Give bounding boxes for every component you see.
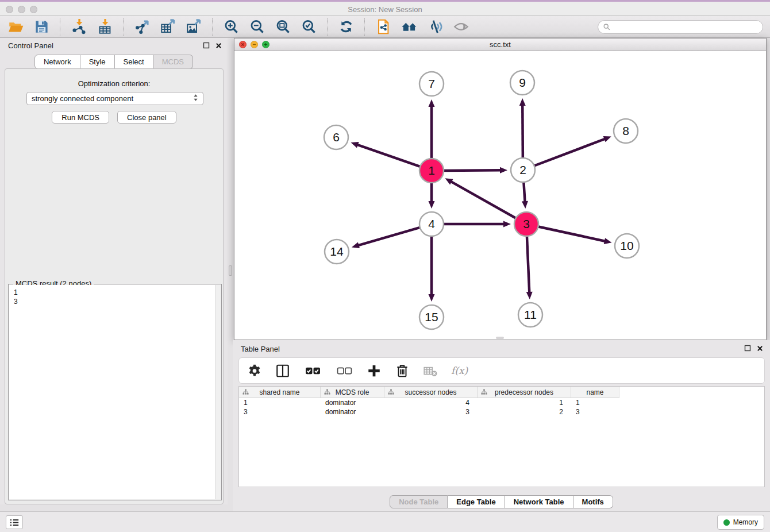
tab-mcds[interactable]: MCDS bbox=[153, 55, 193, 69]
export-image-icon[interactable] bbox=[185, 18, 202, 36]
criterion-select[interactable]: strongly connected component bbox=[26, 92, 203, 105]
edge-arrowhead bbox=[519, 98, 526, 106]
status-bar: Memory bbox=[0, 511, 770, 532]
task-list-icon bbox=[9, 518, 20, 527]
result-scrollbar[interactable] bbox=[215, 285, 221, 499]
eye-icon[interactable] bbox=[452, 18, 469, 36]
deselect-all-rows-icon[interactable] bbox=[335, 363, 353, 378]
settings-gear-icon[interactable] bbox=[247, 363, 262, 378]
tab-node-table[interactable]: Node Table bbox=[390, 495, 448, 508]
delete-column-icon[interactable] bbox=[395, 363, 410, 378]
network-view-window: scc.txt 7968124314101511 bbox=[234, 38, 767, 340]
column-header-predecessor-nodes[interactable]: predecessor nodes bbox=[478, 387, 571, 398]
search-input[interactable] bbox=[613, 23, 758, 31]
graph-node-label: 14 bbox=[330, 245, 344, 258]
float-panel-icon[interactable] bbox=[203, 42, 210, 49]
tab-edge-table[interactable]: Edge Table bbox=[448, 495, 505, 508]
graph-edge-3-10[interactable] bbox=[537, 226, 606, 241]
table-cell: 3 bbox=[384, 407, 478, 417]
panel-splitter-handle[interactable] bbox=[229, 265, 232, 276]
close-panel-icon[interactable] bbox=[215, 43, 222, 49]
float-table-panel-icon[interactable] bbox=[744, 345, 751, 352]
column-header-name[interactable]: name bbox=[571, 387, 619, 398]
column-header-successor-nodes[interactable]: successor nodes bbox=[384, 387, 478, 398]
network-window-titlebar[interactable]: scc.txt bbox=[234, 38, 766, 51]
toggle-columns-icon[interactable] bbox=[275, 363, 290, 378]
tab-network[interactable]: Network bbox=[34, 55, 80, 69]
table-cell: 2 bbox=[478, 407, 571, 417]
open-session-icon[interactable] bbox=[7, 18, 24, 36]
close-table-panel-icon[interactable] bbox=[757, 345, 763, 352]
search-field[interactable] bbox=[598, 20, 763, 34]
mcds-panel-body: Optimization criterion: strongly connect… bbox=[5, 68, 224, 504]
edge-arrowhead bbox=[429, 99, 435, 107]
toolbar-separator bbox=[123, 18, 124, 36]
graph-edge-2-9[interactable] bbox=[522, 105, 523, 159]
network-canvas[interactable]: 7968124314101511 bbox=[234, 51, 766, 340]
control-panel: Control Panel Network Style Select MCDS … bbox=[0, 38, 228, 504]
attribute-tree-icon bbox=[324, 389, 330, 395]
graph-edge-2-3[interactable] bbox=[523, 181, 525, 202]
toolbar-separator bbox=[364, 18, 365, 36]
canvas-resize-handle[interactable] bbox=[496, 337, 504, 339]
table-cell: dominator bbox=[321, 407, 384, 417]
delete-table-icon[interactable] bbox=[423, 363, 438, 378]
chevron-updown-icon bbox=[193, 93, 198, 104]
graph-node-label: 11 bbox=[524, 308, 537, 321]
table-body: 1dominator4113dominator323 bbox=[239, 398, 764, 417]
zoom-in-icon[interactable] bbox=[222, 18, 240, 36]
memory-button[interactable]: Memory bbox=[717, 515, 764, 530]
mcds-result-groupbox: MCDS result (2 nodes) 1 3 bbox=[8, 284, 222, 500]
zoom-out-icon[interactable] bbox=[248, 18, 265, 36]
export-network-icon[interactable] bbox=[133, 18, 151, 36]
edge-arrowhead bbox=[526, 292, 533, 299]
import-network-icon[interactable] bbox=[70, 18, 87, 36]
graph-edge-3-11[interactable] bbox=[527, 235, 529, 293]
toolbar-separator bbox=[212, 18, 213, 36]
graph-node-label: 1 bbox=[428, 164, 435, 177]
tab-select[interactable]: Select bbox=[115, 55, 153, 69]
edge-arrowhead bbox=[429, 201, 435, 209]
edge-arrowhead bbox=[500, 167, 507, 174]
graph-edge-1-2[interactable] bbox=[442, 170, 501, 171]
optimization-criterion-label: Optimization criterion: bbox=[5, 79, 223, 88]
tab-network-table[interactable]: Network Table bbox=[505, 495, 573, 508]
graph-node-label: 2 bbox=[519, 163, 526, 176]
refresh-layout-icon[interactable] bbox=[337, 18, 355, 36]
graph-edge-1-6[interactable] bbox=[357, 145, 421, 167]
graph-edge-4-14[interactable] bbox=[357, 227, 421, 245]
table-row[interactable]: 1dominator411 bbox=[239, 398, 764, 407]
graph-edge-3-1[interactable] bbox=[451, 182, 517, 219]
attribute-tree-icon bbox=[388, 389, 394, 395]
table-cell: 1 bbox=[478, 398, 571, 407]
graph-node-label: 3 bbox=[523, 217, 530, 230]
export-table-icon[interactable] bbox=[159, 18, 176, 36]
function-builder-icon[interactable]: f(x) bbox=[451, 363, 468, 378]
table-row[interactable]: 3dominator323 bbox=[239, 407, 764, 417]
tab-motifs[interactable]: Motifs bbox=[573, 495, 613, 508]
home-icon[interactable] bbox=[401, 18, 418, 36]
table-cell: 3 bbox=[571, 407, 619, 417]
column-header-shared-name[interactable]: shared name bbox=[239, 387, 321, 398]
edge-arrowhead bbox=[503, 221, 511, 228]
graphics-details-icon[interactable] bbox=[426, 18, 444, 36]
tab-style[interactable]: Style bbox=[80, 55, 115, 69]
edge-arrowhead bbox=[604, 238, 612, 244]
column-header-mcds-role[interactable]: MCDS role bbox=[321, 387, 384, 398]
cybrowser-icon[interactable] bbox=[375, 18, 392, 36]
graph-edge-2-8[interactable] bbox=[533, 138, 606, 166]
edge-arrowhead bbox=[429, 294, 435, 302]
graph-node-label: 8 bbox=[622, 124, 629, 137]
table-header-row: shared name MCDS role successor nodes pr… bbox=[239, 387, 764, 398]
main-toolbar bbox=[0, 16, 770, 38]
import-table-icon[interactable] bbox=[96, 18, 113, 36]
task-history-button[interactable] bbox=[6, 515, 23, 529]
zoom-fit-icon[interactable] bbox=[274, 18, 291, 36]
add-column-icon[interactable] bbox=[367, 363, 382, 378]
zoom-selected-icon[interactable] bbox=[300, 18, 317, 36]
close-panel-button[interactable]: Close panel bbox=[117, 111, 176, 124]
run-mcds-button[interactable]: Run MCDS bbox=[52, 111, 109, 124]
save-session-icon[interactable] bbox=[33, 18, 50, 36]
select-all-rows-icon[interactable] bbox=[303, 363, 322, 378]
edge-arrowhead bbox=[522, 201, 528, 209]
